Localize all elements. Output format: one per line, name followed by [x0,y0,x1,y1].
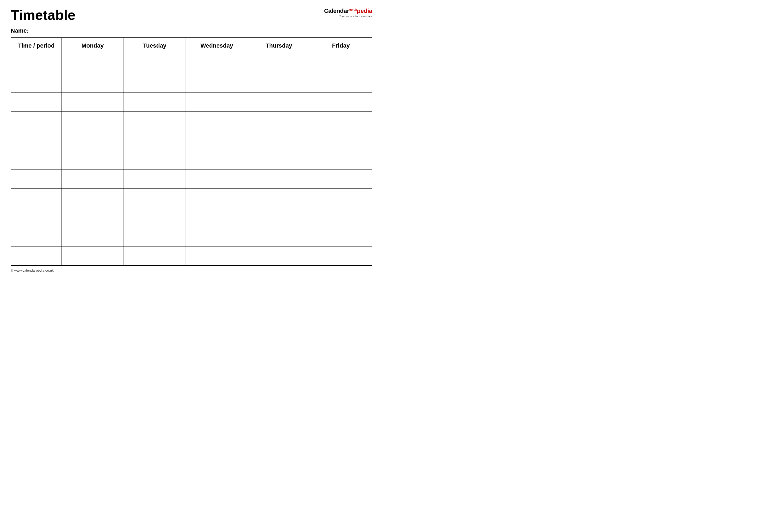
day-cell[interactable] [248,169,310,188]
time-cell[interactable] [11,188,61,208]
table-row [11,246,372,265]
table-row [11,131,372,150]
day-cell[interactable] [124,227,186,246]
day-cell[interactable] [310,208,372,227]
day-cell[interactable] [186,54,248,73]
time-cell[interactable] [11,150,61,169]
time-cell[interactable] [11,169,61,188]
day-cell[interactable] [124,54,186,73]
day-cell[interactable] [248,208,310,227]
day-cell[interactable] [61,169,124,188]
name-label: Name: [11,27,372,34]
logo-text: Calendarco.ukpedia [324,8,372,14]
day-cell[interactable] [186,92,248,111]
day-cell[interactable] [186,150,248,169]
day-cell[interactable] [186,169,248,188]
day-cell[interactable] [310,150,372,169]
day-cell[interactable] [124,169,186,188]
table-row [11,111,372,131]
header-tuesday: Tuesday [124,38,186,54]
logo-couk: co.uk [349,8,357,11]
day-cell[interactable] [61,188,124,208]
day-cell[interactable] [248,188,310,208]
day-cell[interactable] [186,73,248,92]
table-row [11,188,372,208]
day-cell[interactable] [186,111,248,131]
day-cell[interactable] [248,150,310,169]
time-cell[interactable] [11,73,61,92]
day-cell[interactable] [310,54,372,73]
footer-url: www.calendarpedia.co.uk [14,268,53,272]
day-cell[interactable] [248,54,310,73]
header-thursday: Thursday [248,38,310,54]
time-cell[interactable] [11,208,61,227]
table-row [11,92,372,111]
header-time-period: Time / period [11,38,61,54]
table-header-row: Time / period Monday Tuesday Wednesday T… [11,38,372,54]
day-cell[interactable] [310,111,372,131]
day-cell[interactable] [310,92,372,111]
day-cell[interactable] [61,54,124,73]
day-cell[interactable] [186,246,248,265]
day-cell[interactable] [310,73,372,92]
logo-tagline: Your source for calendars [339,15,372,18]
table-row [11,227,372,246]
day-cell[interactable] [124,150,186,169]
table-row [11,208,372,227]
day-cell[interactable] [61,227,124,246]
day-cell[interactable] [186,208,248,227]
day-cell[interactable] [248,227,310,246]
timetable: Time / period Monday Tuesday Wednesday T… [11,37,372,266]
day-cell[interactable] [310,227,372,246]
table-row [11,73,372,92]
day-cell[interactable] [61,131,124,150]
time-cell[interactable] [11,92,61,111]
day-cell[interactable] [310,169,372,188]
day-cell[interactable] [124,92,186,111]
day-cell[interactable] [61,92,124,111]
day-cell[interactable] [124,131,186,150]
logo-area: Calendarco.ukpedia Your source for calen… [324,8,372,18]
day-cell[interactable] [124,208,186,227]
day-cell[interactable] [61,246,124,265]
header-monday: Monday [61,38,124,54]
day-cell[interactable] [61,73,124,92]
header-area: Timetable Calendarco.ukpedia Your source… [11,8,372,22]
day-cell[interactable] [310,246,372,265]
footer: © www.calendarpedia.co.uk [11,268,372,272]
day-cell[interactable] [248,92,310,111]
table-row [11,169,372,188]
logo-calendar: Calendar [324,7,349,14]
day-cell[interactable] [124,188,186,208]
table-row [11,150,372,169]
day-cell[interactable] [186,131,248,150]
day-cell[interactable] [310,131,372,150]
day-cell[interactable] [61,150,124,169]
day-cell[interactable] [248,111,310,131]
table-row [11,54,372,73]
day-cell[interactable] [124,73,186,92]
day-cell[interactable] [248,131,310,150]
time-cell[interactable] [11,54,61,73]
day-cell[interactable] [186,188,248,208]
day-cell[interactable] [310,188,372,208]
logo-pedia: co.ukpedia [349,7,372,14]
day-cell[interactable] [186,227,248,246]
page-title: Timetable [11,8,75,22]
day-cell[interactable] [248,73,310,92]
day-cell[interactable] [61,208,124,227]
header-friday: Friday [310,38,372,54]
time-cell[interactable] [11,131,61,150]
day-cell[interactable] [248,246,310,265]
day-cell[interactable] [124,246,186,265]
day-cell[interactable] [61,111,124,131]
time-cell[interactable] [11,227,61,246]
time-cell[interactable] [11,246,61,265]
day-cell[interactable] [124,111,186,131]
time-cell[interactable] [11,111,61,131]
header-wednesday: Wednesday [186,38,248,54]
